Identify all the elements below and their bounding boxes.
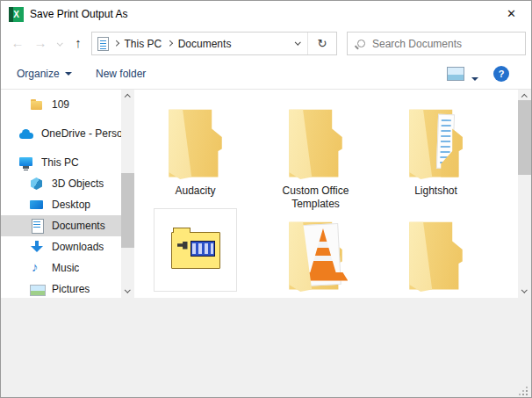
sidebar-item-downloads[interactable]: Downloads bbox=[1, 236, 121, 257]
file-item-label: Lightshot bbox=[414, 185, 457, 198]
new-folder-label: New folder bbox=[96, 59, 146, 89]
folder-icon bbox=[164, 98, 227, 179]
sidebar-item-desktop[interactable]: Desktop bbox=[1, 194, 121, 215]
folder-with-vlc-cone-icon bbox=[284, 211, 348, 292]
breadcrumb-this-pc[interactable]: This PC bbox=[119, 38, 168, 50]
pictures-icon bbox=[30, 282, 44, 296]
file-item[interactable] bbox=[255, 211, 376, 298]
documents-icon bbox=[30, 219, 44, 233]
organize-button[interactable]: Organize bbox=[17, 59, 72, 89]
resize-grip[interactable] bbox=[520, 387, 528, 395]
file-item-custom-office-templates[interactable]: Custom Office Templates bbox=[255, 98, 376, 211]
organize-dropdown-caret-icon bbox=[65, 72, 72, 76]
refresh-button[interactable]: ↻ bbox=[308, 33, 336, 54]
search-icon bbox=[357, 40, 365, 47]
up-button[interactable]: ↑ bbox=[68, 28, 89, 59]
folder-icon bbox=[284, 98, 348, 179]
scroll-down-icon[interactable] bbox=[121, 285, 134, 298]
objects-3d-icon bbox=[30, 177, 44, 191]
sidebar-item-label: Downloads bbox=[52, 241, 104, 253]
onedrive-icon bbox=[19, 127, 33, 141]
sidebar-item-label: Pictures bbox=[52, 283, 90, 295]
sidebar-item-label: OneDrive - Person bbox=[41, 127, 121, 140]
sidebar-item-109[interactable]: 109 bbox=[1, 94, 121, 115]
breadcrumb-documents[interactable]: Documents bbox=[173, 38, 237, 50]
file-item-label: Custom Office Templates bbox=[263, 185, 369, 211]
folder-with-documents-icon bbox=[405, 98, 468, 179]
file-list-scrollbar[interactable] bbox=[518, 90, 531, 298]
organize-label: Organize bbox=[17, 59, 60, 89]
search-input[interactable] bbox=[372, 38, 525, 50]
folder-icon bbox=[30, 98, 44, 112]
file-list: AudacityCustom Office TemplatesLightshot bbox=[135, 90, 519, 298]
scroll-up-icon[interactable] bbox=[121, 90, 134, 103]
file-item-audacity[interactable]: Audacity bbox=[135, 98, 255, 211]
save-dialog-window: X Save Print Output As ✕ ← → ↑ This PC D… bbox=[0, 0, 532, 398]
back-button[interactable]: ← bbox=[6, 28, 29, 59]
change-view-chevron[interactable] bbox=[471, 71, 478, 83]
recent-locations-chevron[interactable] bbox=[52, 28, 68, 59]
sidebar-item-label: 109 bbox=[52, 98, 69, 111]
file-item[interactable] bbox=[376, 211, 496, 298]
sidebar-item-label: 3D Objects bbox=[52, 177, 104, 190]
computer-icon bbox=[19, 156, 33, 170]
address-bar[interactable]: This PC Documents ↻ bbox=[91, 32, 337, 55]
forward-button[interactable]: → bbox=[29, 28, 52, 59]
sidebar-item-label: This PC bbox=[41, 156, 79, 169]
scroll-down-icon[interactable] bbox=[518, 285, 531, 298]
sidebar-item-label: Desktop bbox=[52, 199, 90, 211]
sidebar-item-this-pc[interactable]: This PC bbox=[1, 152, 121, 173]
help-button[interactable]: ? bbox=[493, 66, 509, 82]
sidebar-item-onedrive-person[interactable]: OneDrive - Person bbox=[1, 123, 121, 144]
sidebar-item-label: Documents bbox=[52, 220, 105, 232]
change-view-button[interactable] bbox=[447, 67, 464, 81]
window-title: Save Print Output As bbox=[30, 8, 127, 20]
main-area: 109OneDrive - PersonThis PC3D ObjectsDes… bbox=[1, 89, 531, 298]
address-dropdown-chevron[interactable] bbox=[288, 41, 307, 46]
sidebar-item-3d-objects[interactable]: 3D Objects bbox=[1, 173, 121, 194]
downloads-icon bbox=[30, 240, 44, 254]
location-document-icon bbox=[97, 37, 109, 51]
sidebar-item-music[interactable]: Music bbox=[1, 257, 121, 279]
sidebar-item-label: Music bbox=[52, 262, 79, 274]
folder-icon bbox=[405, 211, 468, 292]
sidebar-item-documents[interactable]: Documents bbox=[1, 215, 121, 236]
desktop-icon bbox=[30, 198, 44, 212]
navigation-bar: ← → ↑ This PC Documents ↻ bbox=[1, 28, 531, 59]
bottom-panel: File name: Save as type: PDF Document (*… bbox=[1, 298, 531, 398]
navigation-pane: 109OneDrive - PersonThis PC3D ObjectsDes… bbox=[1, 90, 121, 298]
close-button[interactable]: ✕ bbox=[492, 1, 531, 27]
file-item-lightshot[interactable]: Lightshot bbox=[376, 98, 496, 211]
file-list-scrollbar-thumb[interactable] bbox=[518, 100, 531, 175]
command-toolbar: Organize New folder ? bbox=[1, 59, 531, 89]
music-icon bbox=[30, 261, 44, 275]
sidebar-scrollbar-thumb[interactable] bbox=[121, 173, 134, 248]
sidebar-item-pictures[interactable]: Pictures bbox=[1, 279, 121, 298]
classic-folder-thumbnail-icon bbox=[154, 211, 237, 292]
new-folder-button[interactable]: New folder bbox=[96, 59, 146, 89]
breadcrumb-separator-icon bbox=[168, 41, 172, 46]
file-item-label: Audacity bbox=[175, 185, 215, 198]
excel-app-icon: X bbox=[9, 7, 24, 22]
file-item[interactable] bbox=[135, 211, 255, 298]
search-box[interactable] bbox=[347, 32, 526, 55]
sidebar-scrollbar[interactable] bbox=[121, 90, 134, 298]
title-bar: X Save Print Output As ✕ bbox=[1, 1, 531, 28]
breadcrumb-separator-icon bbox=[114, 41, 119, 46]
